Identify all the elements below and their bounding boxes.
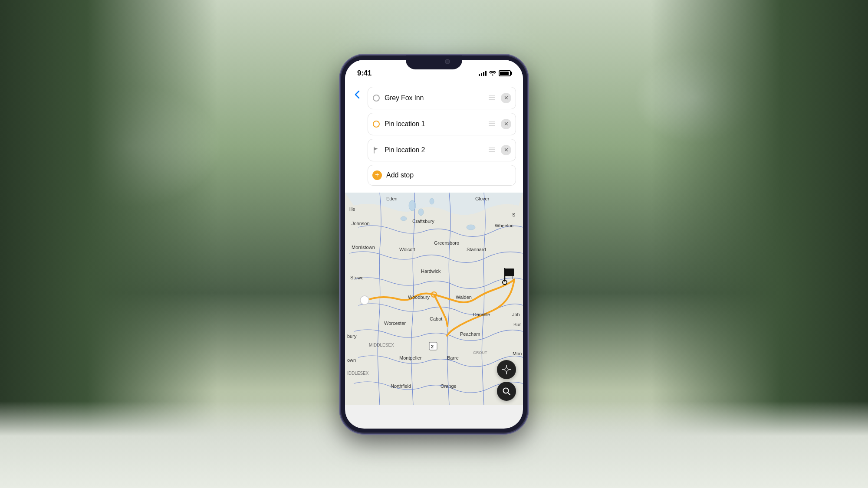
- svg-text:Glover: Glover: [475, 196, 490, 201]
- back-button[interactable]: [350, 88, 364, 102]
- close-x-icon-1: ✕: [504, 121, 509, 127]
- svg-text:Johnson: Johnson: [352, 221, 370, 226]
- notch: [406, 56, 462, 69]
- svg-text:Craftsbury: Craftsbury: [412, 219, 434, 224]
- svg-text:Stowe: Stowe: [350, 275, 364, 280]
- route-stop-2[interactable]: Pin location 2 ✕: [368, 139, 516, 161]
- svg-text:MIDDLESEX: MIDDLESEX: [369, 343, 394, 347]
- wifi-icon: [489, 70, 496, 77]
- plus-sign: +: [375, 171, 379, 178]
- svg-text:Greensboro: Greensboro: [434, 240, 459, 246]
- close-button-1[interactable]: ✕: [501, 119, 511, 129]
- svg-text:Woodbury: Woodbury: [408, 295, 430, 300]
- svg-text:L: L: [512, 275, 515, 280]
- svg-text:Montpelier: Montpelier: [399, 355, 422, 360]
- close-button-0[interactable]: ✕: [501, 93, 511, 103]
- svg-text:GROUT: GROUT: [473, 350, 487, 355]
- svg-text:Eden: Eden: [386, 196, 398, 201]
- signal-bars-icon: [479, 71, 487, 76]
- status-icons: [479, 70, 511, 77]
- circle-empty-icon: [373, 95, 380, 102]
- svg-text:Morristown: Morristown: [352, 245, 375, 250]
- status-time: 9:41: [357, 69, 372, 78]
- drag-handle-1[interactable]: [487, 118, 496, 130]
- search-button[interactable]: [497, 382, 516, 401]
- svg-text:Hardwick: Hardwick: [421, 269, 441, 274]
- svg-point-12: [418, 209, 424, 216]
- phone-frame: 9:41: [341, 56, 527, 433]
- bar2: [481, 73, 482, 76]
- route-stop-0[interactable]: Grey Fox Inn ✕: [368, 87, 516, 109]
- route-stop-1[interactable]: Pin location 1 ✕: [368, 113, 516, 135]
- svg-text:Danville: Danville: [473, 312, 490, 317]
- stop-icon-0: [372, 94, 380, 102]
- svg-text:Walden: Walden: [456, 295, 472, 300]
- map-svg: Eden Glover ille Johnson Craftsbury Whee…: [345, 193, 523, 405]
- stop-name-2: Pin location 2: [385, 146, 483, 154]
- add-stop-label: Add stop: [386, 171, 414, 179]
- close-button-2[interactable]: ✕: [501, 145, 511, 155]
- location-button[interactable]: [497, 360, 516, 379]
- svg-text:Worcester: Worcester: [384, 321, 406, 326]
- crosshair-icon: [502, 365, 511, 374]
- bar4: [485, 71, 487, 76]
- svg-text:S: S: [512, 212, 515, 217]
- svg-text:Bur: Bur: [513, 322, 521, 327]
- svg-text:Northfield: Northfield: [391, 383, 411, 389]
- close-x-icon-0: ✕: [504, 95, 509, 101]
- search-icon: [502, 387, 511, 396]
- svg-text:Stannard: Stannard: [467, 247, 486, 252]
- svg-text:ille: ille: [349, 206, 355, 212]
- svg-text:Wolcott: Wolcott: [399, 247, 415, 252]
- svg-text:Cabot: Cabot: [430, 316, 442, 321]
- svg-text:bury: bury: [347, 334, 357, 339]
- route-panel-container: Grey Fox Inn ✕: [345, 82, 523, 193]
- flag-icon: [373, 147, 380, 154]
- svg-text:own: own: [347, 357, 356, 363]
- stop-icon-2: [372, 146, 380, 154]
- close-x-icon-2: ✕: [504, 147, 509, 153]
- add-plus-icon: +: [372, 170, 382, 180]
- svg-text:Peacham: Peacham: [460, 331, 480, 337]
- bar1: [479, 74, 480, 76]
- stop-name-0: Grey Fox Inn: [385, 94, 483, 102]
- drag-handle-2[interactable]: [487, 144, 496, 156]
- svg-text:Joh: Joh: [512, 312, 520, 317]
- svg-point-15: [401, 216, 407, 221]
- add-stop-button[interactable]: + Add stop: [368, 165, 516, 186]
- svg-point-17: [362, 298, 367, 302]
- svg-text:Wheeloc: Wheeloc: [495, 223, 513, 228]
- svg-text:IDDLESEX: IDDLESEX: [347, 371, 369, 376]
- svg-text:Mon: Mon: [513, 351, 522, 356]
- svg-line-62: [508, 393, 510, 395]
- camera: [445, 59, 450, 64]
- stop-icon-1: [372, 120, 380, 128]
- battery-icon: [499, 70, 511, 76]
- route-stops-container: Grey Fox Inn ✕: [345, 82, 523, 193]
- svg-text:Orange: Orange: [441, 383, 457, 389]
- stop-name-1: Pin location 1: [385, 120, 483, 128]
- svg-text:Barre: Barre: [447, 355, 459, 360]
- svg-point-56: [505, 368, 508, 371]
- svg-point-13: [430, 198, 434, 204]
- bar3: [483, 72, 484, 76]
- svg-point-14: [467, 225, 475, 230]
- drag-handle-0[interactable]: [487, 92, 496, 104]
- phone-wrapper: 9:41: [341, 56, 527, 433]
- screen: 9:41: [345, 60, 523, 429]
- circle-yellow-icon: [373, 121, 380, 128]
- svg-text:2: 2: [431, 344, 434, 349]
- svg-point-11: [409, 200, 416, 211]
- map-area[interactable]: Eden Glover ille Johnson Craftsbury Whee…: [345, 193, 523, 405]
- battery-fill: [500, 72, 509, 75]
